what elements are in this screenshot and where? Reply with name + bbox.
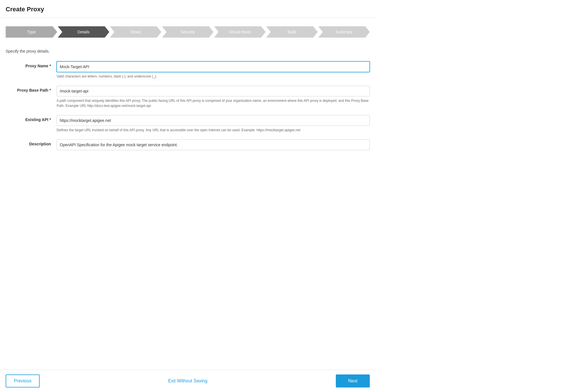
step-security[interactable]: Security (162, 26, 213, 38)
proxy-base-path-label: Proxy Base Path * (6, 86, 57, 92)
description-input[interactable] (57, 139, 370, 150)
step-flows[interactable]: Flows (110, 26, 161, 38)
proxy-name-row: Proxy Name * Valid characters are letter… (6, 61, 370, 79)
page-header: Create Proxy (0, 0, 375, 18)
proxy-base-path-hint: A path component that uniquely identifie… (57, 98, 370, 108)
description-input-group (57, 139, 370, 150)
form-section: Specify the proxy details. Proxy Name * … (0, 46, 375, 163)
page-title: Create Proxy (6, 6, 370, 13)
step-virtual-hosts[interactable]: Virtual Hosts (214, 26, 266, 38)
step-build[interactable]: Build (266, 26, 318, 38)
proxy-name-label: Proxy Name * (6, 61, 57, 68)
proxy-name-hint: Valid characters are letters, numbers, d… (57, 74, 370, 79)
proxy-base-path-input[interactable] (57, 86, 370, 96)
step-details-label: Details (78, 30, 90, 34)
step-flows-label: Flows (131, 30, 141, 34)
proxy-base-path-required: * (50, 88, 51, 92)
existing-api-required: * (50, 117, 51, 122)
stepper: Type Details Flows Security Virtual Host… (6, 26, 370, 38)
step-details[interactable]: Details (58, 26, 109, 38)
existing-api-input-group: Defines the target URL invoked on behalf… (57, 115, 370, 133)
form-subtitle: Specify the proxy details. (6, 49, 370, 53)
step-virtual-hosts-label: Virtual Hosts (228, 30, 251, 34)
existing-api-hint: Defines the target URL invoked on behalf… (57, 128, 370, 133)
existing-api-row: Existing API * Defines the target URL in… (6, 115, 370, 133)
step-build-label: Build (287, 30, 296, 34)
proxy-name-input[interactable] (57, 61, 370, 72)
description-label: Description (6, 139, 57, 146)
proxy-name-required: * (50, 64, 51, 68)
step-type-label: Type (27, 30, 36, 34)
step-summary-label: Summary (336, 30, 353, 34)
step-summary[interactable]: Summary (318, 26, 370, 38)
step-type[interactable]: Type (6, 26, 57, 38)
proxy-base-path-row: Proxy Base Path * A path component that … (6, 86, 370, 108)
proxy-name-input-group: Valid characters are letters, numbers, d… (57, 61, 370, 79)
description-row: Description (6, 139, 370, 150)
existing-api-input[interactable] (57, 115, 370, 126)
existing-api-label: Existing API * (6, 115, 57, 122)
proxy-base-path-input-group: A path component that uniquely identifie… (57, 86, 370, 108)
step-security-label: Security (181, 30, 195, 34)
